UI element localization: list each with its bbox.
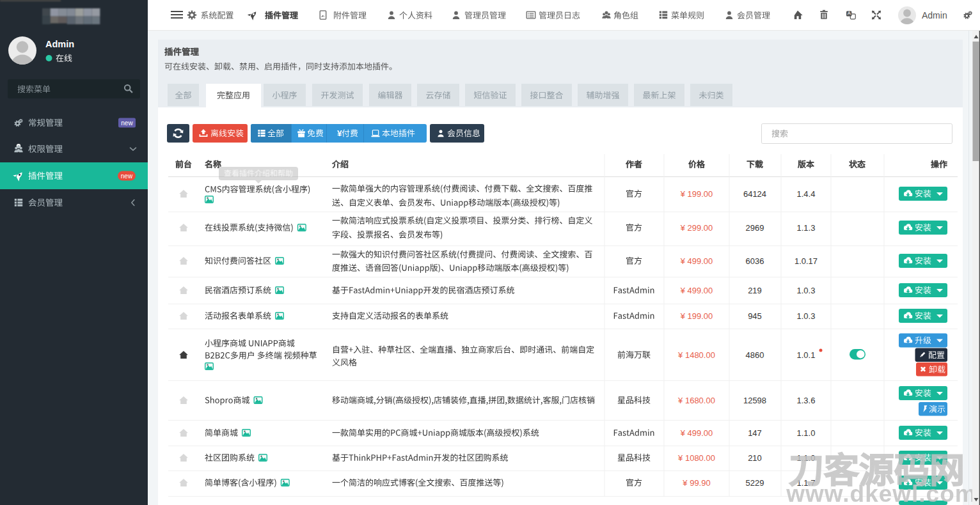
svg-text:¥ 199.00: ¥ 199.00	[680, 189, 713, 199]
svg-text:147: 147	[748, 428, 762, 438]
svg-text:5229: 5229	[746, 478, 764, 488]
svg-text:4860: 4860	[746, 350, 764, 360]
svg-text:219: 219	[748, 286, 762, 295]
svg-text:1.0.3: 1.0.3	[797, 286, 816, 295]
svg-text:12598: 12598	[743, 396, 766, 405]
svg-text:945: 945	[748, 311, 762, 321]
svg-text:¥: ¥	[337, 128, 342, 138]
svg-text:64124: 64124	[743, 189, 766, 199]
svg-text:¥ 99.90: ¥ 99.90	[682, 478, 710, 488]
svg-text:¥ 499.00: ¥ 499.00	[680, 256, 713, 266]
svg-text:¥ 499.00: ¥ 499.00	[680, 428, 713, 438]
svg-text:2969: 2969	[746, 223, 764, 233]
svg-text:¥ 1080.00: ¥ 1080.00	[677, 453, 715, 463]
svg-text:6036: 6036	[746, 256, 764, 266]
svg-text:¥ 199.00: ¥ 199.00	[680, 311, 713, 321]
svg-text:1.0.1: 1.0.1	[797, 350, 816, 360]
svg-text:new: new	[121, 120, 133, 127]
svg-text:Admin: Admin	[45, 39, 74, 49]
svg-text:¥ 299.00: ¥ 299.00	[680, 223, 713, 233]
svg-text:Admin: Admin	[922, 10, 947, 20]
svg-text:new: new	[121, 173, 133, 180]
svg-text:1.0.17: 1.0.17	[794, 256, 818, 266]
svg-text:1.1.3: 1.1.3	[797, 223, 816, 233]
svg-text:www.dkewl.com: www.dkewl.com	[786, 481, 976, 505]
svg-text:A: A	[848, 10, 851, 16]
svg-text:210: 210	[748, 453, 762, 463]
svg-text:1.4.4: 1.4.4	[797, 189, 816, 199]
svg-text:1.0.3: 1.0.3	[797, 311, 816, 321]
svg-text:1.1.0: 1.1.0	[797, 428, 816, 438]
svg-text:¥ 1480.00: ¥ 1480.00	[677, 350, 715, 360]
svg-text:¥ 499.00: ¥ 499.00	[680, 286, 713, 295]
svg-text:¥ 1680.00: ¥ 1680.00	[677, 396, 715, 405]
svg-text:1.3.6: 1.3.6	[797, 396, 816, 405]
